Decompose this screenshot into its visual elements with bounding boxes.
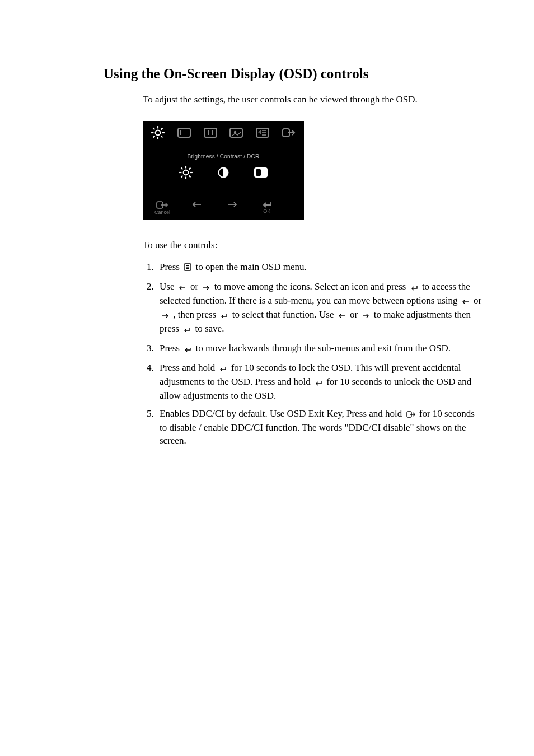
enter-icon (219, 363, 227, 376)
tab-brightness[interactable] (146, 125, 170, 140)
step-2: Use or to move among the icons. Select a… (156, 281, 484, 337)
sub-contrast[interactable] (218, 167, 229, 178)
brightness-icon (151, 125, 165, 140)
footer-cancel[interactable]: Cancel (145, 201, 180, 215)
svg-rect-11 (204, 128, 217, 137)
exit-icon (406, 409, 415, 422)
svg-line-5 (153, 128, 155, 130)
t: , then press (173, 309, 218, 320)
t: or (474, 295, 481, 306)
enter-icon (183, 324, 191, 337)
sub-intro: To use the controls: (143, 240, 484, 251)
arrow-right-icon (227, 201, 237, 208)
arrow-right-icon (161, 310, 169, 323)
svg-line-7 (153, 136, 155, 138)
arrow-left-icon (338, 310, 346, 323)
svg-rect-9 (178, 128, 190, 137)
t: to save. (195, 323, 224, 334)
svg-point-0 (156, 130, 161, 136)
step-4: Press and hold for 10 seconds to lock th… (156, 362, 484, 403)
page-title: Using the On-Screen Display (OSD) contro… (104, 66, 484, 82)
t: Press (160, 343, 182, 353)
svg-line-29 (181, 176, 183, 178)
steps-list: Press to open the main OSD menu. Use or … (143, 261, 484, 447)
osd-footer: Cancel (143, 198, 304, 220)
sub-dcr[interactable] (254, 167, 268, 178)
t: or (190, 281, 200, 292)
step-3: Press to move backwards through the sub-… (156, 342, 484, 356)
step-1: Press to open the main OSD menu. (156, 261, 484, 275)
osd-screenshot: Brightness / Contrast / DCR (143, 121, 484, 220)
menu-button-icon (184, 262, 191, 275)
osd-section-title: Brightness / Contrast / DCR (143, 144, 304, 164)
spacer (143, 191, 304, 198)
ok-label: OK (250, 208, 284, 214)
tab-image-setup[interactable] (198, 128, 223, 138)
cancel-icon (156, 201, 168, 209)
t: Press and hold (160, 362, 217, 373)
cancel-label: Cancel (145, 209, 180, 215)
tab-image-properties[interactable] (224, 128, 249, 138)
image-setup-icon (204, 128, 217, 138)
t: to move among the icons. Select an icon … (214, 281, 409, 292)
t: Enables DDC/CI by default. Use OSD Exit … (160, 408, 405, 419)
arrow-left-icon (192, 201, 202, 208)
t: or (350, 309, 360, 320)
t: to open the main OSD menu. (195, 262, 306, 272)
arrow-left-icon (179, 282, 186, 295)
exit-osd-icon (282, 128, 296, 138)
enter-icon (410, 282, 418, 295)
svg-line-30 (189, 168, 191, 170)
tab-image-position[interactable] (172, 128, 196, 138)
enter-icon (220, 310, 228, 323)
step-5: Enables DDC/CI by default. Use OSD Exit … (156, 408, 484, 447)
arrow-right-icon (202, 282, 210, 295)
osd-subrow (143, 164, 304, 191)
enter-icon (262, 201, 272, 208)
image-position-icon (177, 128, 191, 138)
tab-exit[interactable] (277, 128, 301, 138)
contrast-icon (218, 167, 229, 178)
arrow-left-icon (462, 296, 470, 309)
options-icon (256, 128, 269, 138)
t: Use (160, 281, 177, 292)
image-properties-icon (229, 128, 243, 138)
t: to move backwards through the sub-menus … (195, 343, 451, 353)
intro-text: To adjust the settings, the user control… (143, 94, 484, 105)
enter-icon (315, 377, 322, 390)
svg-line-28 (189, 176, 191, 178)
svg-line-6 (161, 136, 163, 138)
svg-line-27 (181, 168, 183, 170)
enter-icon (184, 343, 191, 356)
brightness-sub-icon (179, 165, 193, 180)
osd-panel: Brightness / Contrast / DCR (143, 121, 304, 220)
footer-ok[interactable]: OK (250, 201, 284, 214)
svg-point-22 (184, 170, 189, 175)
t: Press (160, 262, 182, 272)
footer-right[interactable] (214, 201, 249, 208)
osd-tab-row (143, 121, 304, 144)
tab-options[interactable] (250, 128, 275, 138)
arrow-right-icon (362, 310, 369, 323)
t: to select that function. Use (232, 309, 336, 320)
svg-rect-33 (256, 169, 261, 176)
footer-left[interactable] (180, 201, 214, 208)
dcr-icon (254, 167, 268, 178)
svg-line-8 (161, 128, 163, 130)
page: Using the On-Screen Display (OSD) contro… (0, 0, 534, 756)
sub-brightness[interactable] (179, 165, 193, 180)
